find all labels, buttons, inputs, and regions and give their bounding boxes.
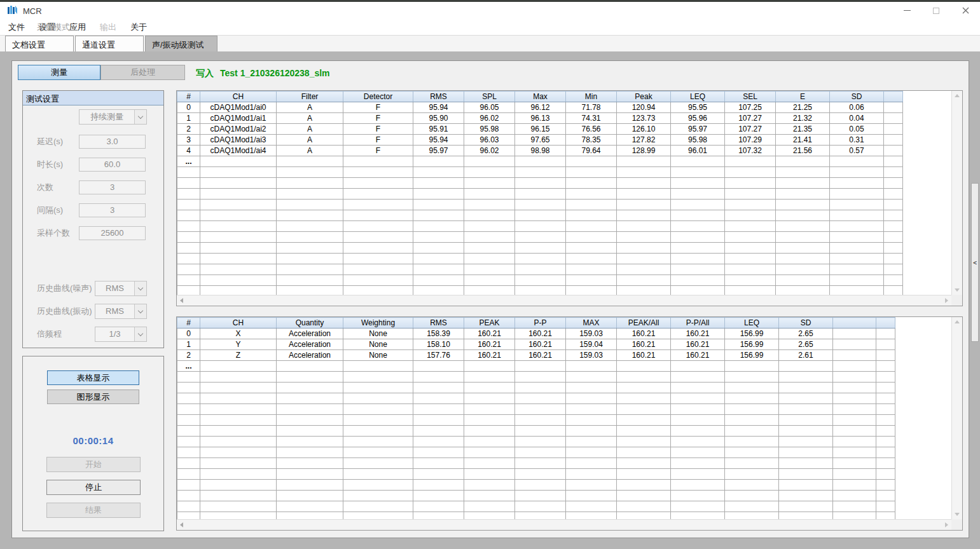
empty-row[interactable] [177,512,895,520]
table-cell [200,469,277,480]
empty-row[interactable] [177,447,895,458]
table-cell [413,264,464,275]
table-cell: 157.76 [413,350,464,361]
table-cell [884,102,903,113]
menu-about[interactable]: 关于 [123,19,154,36]
table-cell: Z [200,350,277,361]
interval-input[interactable]: 3 [79,203,146,217]
empty-row[interactable] [177,383,895,393]
history-curve-vibration-dropdown[interactable]: RMS [95,304,147,319]
empty-row[interactable] [177,232,903,243]
table-row[interactable]: 2cDAQ1Mod1/ai2AF95.9195.9896.1576.56126.… [177,124,903,135]
empty-row[interactable] [177,264,903,275]
sample-count-input[interactable]: 25600 [79,226,146,240]
ellipsis-row[interactable]: ... [177,156,903,167]
chevron-down-icon[interactable] [134,110,146,124]
ellipsis-row[interactable]: ... [177,361,895,372]
scroll-down-icon[interactable] [955,513,960,516]
octave-dropdown[interactable]: 1/3 [95,327,147,342]
chevron-down-icon[interactable] [134,304,146,318]
vertical-scrollbar[interactable] [951,91,962,295]
table-cell [779,383,833,393]
empty-row[interactable] [177,254,903,264]
empty-row[interactable] [177,426,895,437]
table-row[interactable]: 4cDAQ1Mod1/ai4AF95.9796.0298.9879.64128.… [177,146,903,156]
tab-document-settings[interactable]: 文档设置 [5,36,74,52]
empty-row[interactable] [177,480,895,491]
table-display-button[interactable]: 表格显示 [47,370,139,385]
empty-row[interactable] [177,200,903,210]
column-header: MAX [566,318,617,329]
empty-row[interactable] [177,437,895,447]
table-row[interactable]: 3cDAQ1Mod1/ai3AF95.9496.0397.6578.35127.… [177,135,903,146]
scroll-left-icon[interactable] [180,522,183,527]
scroll-up-icon[interactable] [955,94,960,97]
stop-button[interactable]: 停止 [46,480,141,495]
scroll-down-icon[interactable] [955,288,960,292]
scroll-right-icon[interactable] [945,298,948,303]
tab-sound-vibration-test[interactable]: 声/振动级测试 [145,36,217,52]
empty-row[interactable] [177,189,903,200]
table-cell [200,254,277,264]
history-curve-noise-dropdown[interactable]: RMS [95,281,147,296]
minimize-icon[interactable] [892,2,921,19]
table-cell [343,189,413,200]
table-cell [833,447,876,458]
maximize-icon[interactable] [921,2,951,19]
count-input[interactable]: 3 [79,180,146,194]
elapsed-time: 00:00:14 [23,435,163,446]
table-cell [413,469,464,480]
tab-channel-settings[interactable]: 通道设置 [75,36,144,52]
table-row[interactable]: 2ZAccelerationNone157.76160.21160.21159.… [177,350,895,361]
chevron-down-icon[interactable] [134,281,146,295]
vertical-scrollbar[interactable] [951,317,962,519]
table-row[interactable]: 0XAccelerationNone158.39160.21160.21159.… [177,329,895,339]
table-cell [464,512,515,520]
empty-row[interactable] [177,501,895,512]
table-cell [566,221,617,232]
collapse-panel-splitter[interactable] [971,183,979,342]
empty-row[interactable] [177,286,903,295]
sound-level-table-container: #CHFilterDetectorRMSSPLMaxMinPeakLEQSELE… [176,90,963,306]
header-row: #CHQuantityWeightingRMSPEAKP-PMAXPEAK/Al… [177,318,895,329]
table-cell [566,232,617,243]
table-row[interactable]: 1cDAQ1Mod1/ai1AF95.9096.0296.1374.31123.… [177,113,903,124]
empty-row[interactable] [177,415,895,426]
horizontal-scrollbar[interactable] [177,295,951,306]
empty-row[interactable] [177,491,895,501]
table-cell [413,383,464,393]
empty-row[interactable] [177,167,903,178]
acquisition-mode-dropdown[interactable]: 持续测量 [79,109,147,125]
empty-row[interactable] [177,210,903,221]
table-cell [671,156,725,167]
empty-row[interactable] [177,178,903,189]
scroll-right-icon[interactable] [945,522,948,527]
scroll-up-icon[interactable] [955,320,960,323]
scroll-left-icon[interactable] [180,298,183,303]
table-row[interactable]: 1YAccelerationNone158.10160.21160.21159.… [177,339,895,350]
close-icon[interactable] [951,2,980,19]
table-cell [343,372,413,383]
measure-mode-button[interactable]: 测量 [18,65,100,80]
table-cell [566,393,617,404]
table-cell [200,458,277,469]
empty-row[interactable] [177,243,903,254]
table-cell: cDAQ1Mod1/ai1 [200,113,277,124]
scrollbar-corner [951,295,962,306]
duration-input[interactable]: 60.0 [79,158,146,172]
empty-row[interactable] [177,393,895,404]
table-cell [725,221,776,232]
menu-file[interactable]: 文件 [1,19,32,36]
graph-display-button[interactable]: 图形显示 [47,390,139,404]
empty-row[interactable] [177,221,903,232]
chevron-down-icon[interactable] [134,327,146,341]
empty-row[interactable] [177,275,903,286]
empty-row[interactable] [177,372,895,383]
empty-row[interactable] [177,458,895,469]
empty-row[interactable] [177,404,895,415]
horizontal-scrollbar[interactable] [177,519,951,530]
delay-input[interactable]: 3.0 [79,135,146,149]
table-cell [277,480,343,491]
empty-row[interactable] [177,469,895,480]
table-row[interactable]: 0cDAQ1Mod1/ai0AF95.9496.0596.1271.78120.… [177,102,903,113]
